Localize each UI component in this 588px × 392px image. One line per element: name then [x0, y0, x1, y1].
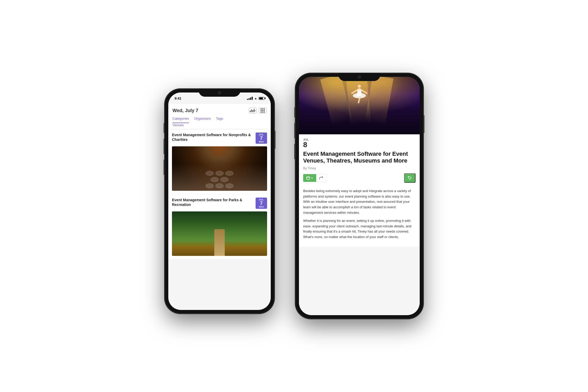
tab-tags[interactable]: Tags	[216, 117, 223, 123]
tag-button[interactable]	[404, 173, 416, 183]
date-badge-2: JUL 7 WED	[256, 198, 267, 209]
grid-view-icon-btn[interactable]	[259, 108, 267, 113]
event-description: Besides being extremely easy to adopt an…	[299, 188, 420, 247]
share-icon	[319, 176, 323, 180]
badge-day-2: 7	[257, 201, 266, 206]
event-item-2-header: Event Management Software for Parks & Re…	[172, 198, 267, 209]
status-icons-left: ▲	[247, 97, 264, 100]
date-badge-1: JUL 7 WED	[256, 132, 267, 144]
left-header: Wed, July 7 ▾	[168, 104, 271, 129]
chevron-down-icon: ▾	[255, 109, 256, 112]
dancer-figure	[351, 85, 367, 106]
share-button[interactable]	[316, 174, 326, 182]
notch	[199, 89, 240, 97]
banquet-image	[172, 146, 267, 191]
current-date: Wed, July 7	[172, 108, 198, 113]
date-row: Wed, July 7 ▾	[172, 106, 267, 116]
filter-tabs: Categories Organizers Tags	[172, 116, 267, 123]
event-date-month-right: JUL	[303, 138, 416, 141]
calendar-icon	[306, 176, 310, 180]
badge-dow-1: WED	[257, 141, 266, 143]
event-title-right: Event Management Software for Event Venu…	[303, 151, 416, 164]
status-time-left: 9:41	[175, 96, 181, 100]
volume-up-button[interactable]	[164, 139, 165, 154]
battery-icon	[259, 97, 264, 100]
right-screen: JUL 8 Event Management Software for Even…	[299, 77, 420, 315]
scene: 9:41 ▲ Wed, July 7	[0, 0, 588, 392]
event-title-2: Event Management Software for Parks & Re…	[172, 198, 253, 207]
signal-icon	[247, 97, 253, 100]
bar-chart-icon	[250, 109, 255, 112]
mute-button[interactable]	[164, 123, 165, 133]
event-item-1[interactable]: Event Management Software for Nonprofits…	[168, 129, 271, 194]
hero-image	[299, 77, 420, 134]
phone-left: 9:41 ▲ Wed, July 7	[165, 89, 274, 314]
add-to-calendar-button[interactable]	[303, 174, 316, 182]
event-image-2	[172, 211, 267, 256]
volume-up-button-r[interactable]	[294, 123, 295, 139]
light-beam-3	[365, 77, 393, 125]
dancer-body	[357, 88, 361, 96]
phone-right: JUL 8 Event Management Software for Even…	[295, 73, 423, 319]
chevron-down-icon	[311, 177, 313, 179]
bar-chart-icon-btn[interactable]: ▾	[249, 108, 257, 113]
event-title-1: Event Management Software for Nonprofits…	[172, 132, 253, 142]
event-item-1-header: Event Management Software for Nonprofits…	[172, 132, 267, 144]
left-screen: 9:41 ▲ Wed, July 7	[168, 93, 271, 310]
event-list: Event Management Software for Nonprofits…	[168, 129, 271, 259]
mute-button-r[interactable]	[294, 107, 295, 118]
event-image-1	[172, 146, 267, 191]
volume-down-button-r[interactable]	[294, 144, 295, 159]
detail-section: JUL 8 Event Management Software for Even…	[299, 134, 420, 188]
tab-categories[interactable]: Categories	[172, 117, 189, 123]
wifi-icon: ▲	[254, 97, 257, 100]
volume-down-button[interactable]	[164, 159, 165, 175]
banquet-tables	[206, 171, 233, 188]
action-spacer	[326, 173, 404, 183]
badge-dow-2: WED	[257, 206, 266, 208]
grid-icon	[261, 108, 265, 113]
tab-organizers[interactable]: Organizers	[194, 117, 211, 123]
tag-icon	[408, 176, 412, 180]
tab-venues[interactable]: Venues	[172, 123, 267, 129]
event-author: By Timey	[303, 166, 416, 170]
notch-right	[338, 73, 380, 81]
svg-point-4	[409, 177, 409, 177]
dancer-head	[358, 85, 361, 88]
svg-rect-0	[307, 177, 310, 180]
event-item-2[interactable]: Event Management Software for Parks & Re…	[168, 194, 271, 259]
badge-day-1: 7	[257, 136, 266, 141]
header-icons: ▾	[249, 108, 267, 113]
power-button-r[interactable]	[423, 115, 424, 133]
event-date-day-right: 8	[303, 141, 416, 148]
action-bar	[303, 173, 416, 183]
description-paragraph-2: Whether it is planning for an event, set…	[303, 218, 416, 240]
description-paragraph-1: Besides being extremely easy to adopt an…	[303, 188, 416, 216]
power-button[interactable]	[274, 131, 275, 149]
forest-image	[172, 211, 267, 256]
